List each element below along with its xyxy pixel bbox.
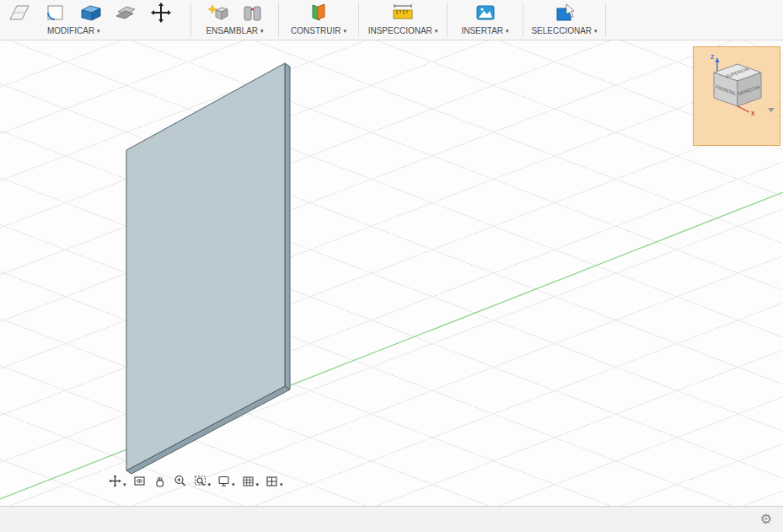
toolbar-menu-label: INSERTAR — [461, 26, 503, 35]
settings-gear-icon[interactable]: ⚙ — [760, 511, 772, 527]
look-at-button[interactable] — [132, 474, 147, 488]
press-pull-icon[interactable] — [7, 2, 32, 24]
toolbar-group-seleccionar: SELECCIONAR ▾ — [523, 0, 605, 40]
toolbar-menu-insertar[interactable]: INSERTAR ▾ — [461, 26, 508, 35]
pan-hand-icon — [153, 474, 167, 488]
toolbar-group-modificar: MODIFICAR ▾ — [0, 0, 190, 40]
pan-button[interactable] — [153, 474, 167, 488]
toolbar-menu-label: MODIFICAR — [47, 26, 94, 35]
toolbar-menu-label: ENSAMBLAR — [206, 26, 258, 35]
chevron-down-icon: ▾ — [232, 481, 235, 488]
viewports-icon — [265, 474, 279, 488]
toolbar-menu-seleccionar[interactable]: SELECCIONAR ▾ — [531, 26, 597, 35]
grid-snaps-button[interactable]: ▾ — [241, 474, 260, 488]
chevron-down-icon: ▾ — [256, 481, 260, 488]
toolbar-menu-construir[interactable]: CONSTRUIR ▾ — [291, 26, 346, 35]
fillet-icon[interactable] — [42, 2, 67, 24]
x-axis-line — [0, 192, 783, 499]
new-component-icon[interactable] — [206, 2, 231, 24]
move-copy-icon[interactable] — [148, 2, 174, 24]
toolbar-menu-modificar[interactable]: MODIFICAR ▾ — [47, 26, 100, 35]
toolbar-menu-label: CONSTRUIR — [291, 26, 341, 35]
status-bar: ⚙ — [0, 506, 783, 532]
viewport-canvas[interactable]: Z SUPERIOR FRONTAL DERECHA X — [0, 40, 783, 506]
toolbar-menu-label: SELECCIONAR — [531, 26, 592, 35]
z-axis-label: Z — [711, 54, 715, 60]
viewports-button[interactable]: ▾ — [265, 474, 283, 488]
viewcube[interactable]: Z SUPERIOR FRONTAL DERECHA X — [693, 46, 780, 146]
navigation-bar: ▾ — [108, 474, 283, 488]
chevron-down-icon: ▾ — [280, 481, 283, 488]
joint-icon[interactable] — [239, 2, 265, 24]
chevron-down-icon: ▾ — [123, 481, 126, 488]
toolbar-divider — [605, 3, 606, 37]
toolbar-group-ensamblar: ENSAMBLAR ▾ — [191, 0, 278, 40]
display-settings-icon — [217, 474, 231, 488]
zoom-icon — [173, 474, 187, 488]
chevron-down-icon: ▾ — [208, 481, 212, 488]
toolbar-menu-ensamblar[interactable]: ENSAMBLAR ▾ — [206, 26, 263, 35]
display-settings-button[interactable]: ▾ — [217, 474, 235, 488]
toolbar-menu-label: INSPECCIONAR — [368, 26, 432, 35]
fit-button[interactable]: ▾ — [193, 474, 212, 488]
chevron-down-icon: ▾ — [506, 27, 509, 35]
select-cursor-icon[interactable] — [552, 2, 577, 24]
viewcube-graphic: Z SUPERIOR FRONTAL DERECHA X — [694, 47, 781, 147]
construction-plane-icon[interactable] — [306, 2, 331, 24]
zoom-button[interactable] — [173, 474, 187, 488]
measure-icon[interactable] — [390, 2, 416, 24]
orbit-button[interactable]: ▾ — [108, 474, 126, 488]
scene-3d — [0, 40, 783, 506]
panel-front-face[interactable] — [126, 63, 285, 470]
toolbar-group-construir: CONSTRUIR ▾ — [279, 0, 358, 40]
chevron-down-icon: ▾ — [260, 27, 264, 35]
chevron-down-icon: ▾ — [435, 27, 438, 35]
sheet-body[interactable] — [126, 63, 290, 474]
viewcube-menu-chevron-icon[interactable] — [768, 108, 775, 112]
x-axis-label: X — [751, 110, 755, 116]
main-toolbar: MODIFICAR ▾ — [0, 0, 783, 40]
chevron-down-icon: ▾ — [343, 27, 346, 35]
fit-zoom-icon — [193, 474, 207, 488]
shell-icon[interactable] — [78, 2, 103, 24]
panel-side-face[interactable] — [285, 63, 290, 390]
insert-image-icon[interactable] — [473, 2, 498, 24]
orbit-icon — [108, 474, 122, 488]
toolbar-menu-inspeccionar[interactable]: INSPECCIONAR ▾ — [368, 26, 438, 35]
combine-icon[interactable] — [113, 2, 138, 24]
fusion-app: MODIFICAR ▾ — [0, 0, 783, 532]
grid-icon — [241, 474, 255, 488]
chevron-down-icon: ▾ — [594, 27, 598, 35]
look-at-icon — [132, 474, 147, 488]
toolbar-group-inspeccionar: INSPECCIONAR ▾ — [359, 0, 447, 40]
chevron-down-icon: ▾ — [97, 27, 100, 35]
toolbar-group-insertar: INSERTAR ▾ — [448, 0, 523, 40]
